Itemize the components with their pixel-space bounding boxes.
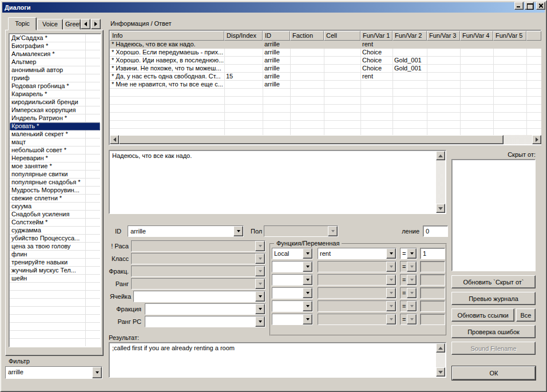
chevron-down-icon[interactable] <box>255 304 265 314</box>
check-errors-button[interactable]: Проверка ошибок <box>451 325 536 338</box>
funcvar-value-input[interactable] <box>420 300 445 312</box>
column-header-funvar1[interactable]: Fun/Var 1 <box>360 31 393 41</box>
table-row[interactable]: * Да, у нас есть одна свободная. Ст... 1… <box>110 73 541 81</box>
table-row[interactable]: * Мне не нравится, что ты все еще с... a… <box>110 81 541 89</box>
journal-preview-button[interactable]: Превью журнала <box>451 292 536 305</box>
chevron-down-icon[interactable] <box>407 248 417 259</box>
funcvar-type-combobox[interactable] <box>272 261 313 272</box>
title-bar[interactable]: Диалоги <box>2 2 545 13</box>
funcvar-value-input[interactable] <box>420 314 445 325</box>
update-links-button[interactable]: Обновить ссылки <box>451 308 514 322</box>
funcvar-operator-combobox[interactable]: = <box>400 300 417 312</box>
scroll-down-button[interactable] <box>436 367 445 377</box>
tab-scroll-left-button[interactable] <box>81 19 90 29</box>
table-row[interactable]: * Надеюсь, что все как надо. arrille ren… <box>110 41 541 49</box>
response-textarea[interactable]: Надеюсь, что все как надо. <box>109 150 446 214</box>
funcvar-operator-combobox[interactable]: = <box>400 274 417 286</box>
funcvar-value-input[interactable] <box>420 287 445 299</box>
funcvar-type-combobox[interactable] <box>272 314 313 325</box>
id-value[interactable]: arrille <box>128 226 233 236</box>
id-combobox[interactable]: arrille <box>128 225 244 237</box>
chevron-down-icon[interactable] <box>303 288 312 298</box>
scrollbar-track[interactable] <box>436 353 445 367</box>
result-textarea[interactable]: ;called first if you are already renting… <box>109 342 446 378</box>
funcvar-type-combobox[interactable]: Local <box>272 248 313 259</box>
all-button[interactable]: Все <box>516 308 536 322</box>
scroll-down-button[interactable] <box>436 204 445 213</box>
funcvar-operator-combobox[interactable]: = <box>400 248 417 259</box>
tab-voice[interactable]: Voice <box>37 19 63 30</box>
funcvar-name-combobox[interactable]: rent <box>318 248 397 259</box>
response-scrollbar[interactable] <box>436 151 445 213</box>
chevron-down-icon[interactable] <box>407 301 417 311</box>
funcvar-value-input[interactable]: 1 <box>420 248 445 259</box>
funcvar-name-combobox[interactable] <box>318 314 397 325</box>
chevron-down-icon[interactable] <box>303 248 312 259</box>
scrollbar-thumb[interactable] <box>119 135 504 144</box>
chevron-down-icon[interactable] <box>407 262 417 272</box>
chevron-down-icon[interactable] <box>386 248 396 259</box>
funcvar-operator-combobox[interactable]: = <box>400 314 417 325</box>
chevron-down-icon[interactable] <box>386 262 396 272</box>
pc-faction-combobox[interactable] <box>145 303 265 315</box>
chevron-down-icon[interactable] <box>386 275 396 285</box>
response-text[interactable]: Надеюсь, что все как надо. <box>110 151 436 213</box>
chevron-down-icon[interactable] <box>303 275 312 285</box>
chevron-down-icon[interactable] <box>407 288 417 298</box>
close-button[interactable] <box>536 2 545 10</box>
column-header-funvar5[interactable]: Fun/Var 5 <box>493 31 526 41</box>
table-row[interactable]: * Хорошо. Иди наверх, в последнюю... arr… <box>110 57 541 65</box>
funcvar-name-combobox[interactable] <box>318 300 397 312</box>
funcvar-name-combobox[interactable] <box>318 274 397 286</box>
column-header-info[interactable]: Info <box>110 31 224 41</box>
funcvar-operator-combobox[interactable]: = <box>400 287 417 299</box>
column-header-funvar3[interactable]: Fun/Var 3 <box>427 31 460 41</box>
cell-combobox[interactable] <box>133 291 265 302</box>
funcvar-type-combobox[interactable] <box>272 274 313 286</box>
chevron-down-icon[interactable] <box>255 291 265 302</box>
filter-value[interactable]: arrille <box>6 367 92 378</box>
column-header-cell[interactable]: Cell <box>324 31 360 41</box>
chevron-down-icon[interactable] <box>386 314 396 324</box>
chevron-down-icon[interactable] <box>303 301 312 311</box>
chevron-down-icon[interactable] <box>386 301 396 311</box>
funcvar-name-combobox[interactable] <box>318 287 397 299</box>
tab-topic[interactable]: Topic <box>8 17 37 30</box>
column-header-id[interactable]: ID <box>263 31 290 41</box>
pc-rank-combobox[interactable] <box>145 316 265 327</box>
chevron-down-icon[interactable] <box>407 275 417 285</box>
funcvar-type-combobox[interactable] <box>272 287 313 299</box>
chevron-down-icon[interactable] <box>92 367 102 378</box>
column-header-disp-index[interactable]: Disp/Index <box>224 31 263 41</box>
scroll-left-button[interactable] <box>110 135 119 144</box>
scroll-up-button[interactable] <box>436 343 445 353</box>
column-header-funvar2[interactable]: Fun/Var 2 <box>393 31 427 41</box>
table-row[interactable]: * Извини. Не похоже, что ты можеш... arr… <box>110 65 541 73</box>
funcvar-value-input[interactable] <box>420 261 445 272</box>
column-header-faction[interactable]: Faction <box>290 31 324 41</box>
funcvar-name-combobox[interactable] <box>318 261 397 272</box>
ok-button[interactable]: ОК <box>452 366 536 380</box>
tab-greeting[interactable]: Greeting <box>64 19 81 30</box>
chevron-down-icon[interactable] <box>303 314 312 324</box>
scroll-right-button[interactable] <box>532 135 541 144</box>
scrollbar-track[interactable] <box>436 160 445 204</box>
chevron-down-icon[interactable] <box>386 288 396 298</box>
result-text[interactable]: ;called first if you are already renting… <box>110 343 436 377</box>
funcvar-value-input[interactable] <box>420 274 445 286</box>
funcvar-operator-combobox[interactable]: = <box>400 261 417 272</box>
table-row[interactable]: * Хорошо. Если передумаешь - прих... arr… <box>110 49 541 57</box>
disposition-input[interactable]: 0 <box>423 225 448 237</box>
filter-combobox[interactable]: arrille <box>5 366 102 379</box>
hidden-from-listbox[interactable] <box>451 159 536 271</box>
funcvar-type-combobox[interactable] <box>272 300 313 312</box>
result-scrollbar[interactable] <box>436 343 445 377</box>
update-hidden-from-button[interactable]: Обновить `Скрыт от` <box>451 275 536 288</box>
maximize-button[interactable] <box>525 2 534 10</box>
chevron-down-icon[interactable] <box>303 262 312 272</box>
chevron-down-icon[interactable] <box>255 316 265 327</box>
chevron-down-icon[interactable] <box>233 226 243 236</box>
tab-scroll-right-button[interactable] <box>91 19 101 29</box>
horizontal-scrollbar[interactable] <box>110 135 541 144</box>
scroll-up-button[interactable] <box>436 151 445 160</box>
